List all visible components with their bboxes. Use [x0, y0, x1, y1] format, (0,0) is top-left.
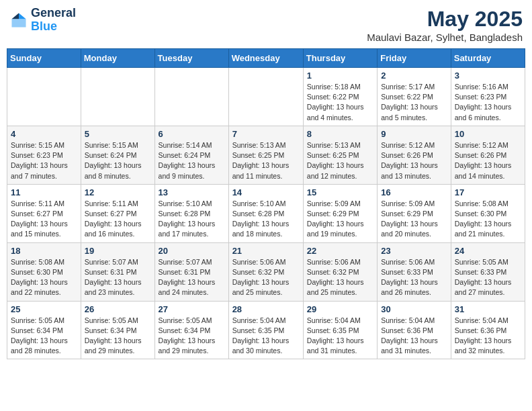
calendar-cell: 24Sunrise: 5:05 AMSunset: 6:33 PMDayligh…	[451, 242, 525, 301]
day-detail: Sunrise: 5:05 AMSunset: 6:34 PMDaylight:…	[11, 316, 77, 357]
calendar-cell: 7Sunrise: 5:13 AMSunset: 6:25 PMDaylight…	[228, 126, 303, 184]
svg-marker-2	[12, 13, 19, 19]
day-detail: Sunrise: 5:05 AMSunset: 6:34 PMDaylight:…	[85, 316, 151, 357]
day-number: 1	[307, 71, 373, 81]
calendar-cell: 9Sunrise: 5:12 AMSunset: 6:26 PMDaylight…	[378, 126, 451, 184]
weekday-header-monday: Monday	[81, 49, 154, 68]
calendar-cell: 25Sunrise: 5:05 AMSunset: 6:34 PMDayligh…	[7, 301, 81, 359]
logo-icon	[9, 11, 28, 30]
day-detail: Sunrise: 5:10 AMSunset: 6:28 PMDaylight:…	[232, 199, 300, 240]
logo-blue: Blue	[31, 19, 57, 33]
calendar-cell: 17Sunrise: 5:08 AMSunset: 6:30 PMDayligh…	[451, 184, 525, 242]
day-detail: Sunrise: 5:05 AMSunset: 6:34 PMDaylight:…	[159, 316, 225, 357]
day-number: 20	[159, 246, 225, 256]
calendar-cell: 21Sunrise: 5:06 AMSunset: 6:32 PMDayligh…	[228, 242, 303, 301]
day-detail: Sunrise: 5:12 AMSunset: 6:26 PMDaylight:…	[381, 140, 447, 181]
calendar-cell: 4Sunrise: 5:15 AMSunset: 6:23 PMDaylight…	[7, 126, 81, 184]
calendar-cell	[7, 68, 81, 126]
day-detail: Sunrise: 5:08 AMSunset: 6:30 PMDaylight:…	[455, 199, 521, 240]
calendar-week-2: 4Sunrise: 5:15 AMSunset: 6:23 PMDaylight…	[7, 126, 525, 184]
day-number: 15	[307, 187, 373, 197]
weekday-header-tuesday: Tuesday	[154, 49, 228, 68]
day-number: 4	[11, 129, 77, 139]
weekday-header-saturday: Saturday	[451, 49, 525, 68]
weekday-header-row: SundayMondayTuesdayWednesdayThursdayFrid…	[7, 49, 525, 68]
day-detail: Sunrise: 5:10 AMSunset: 6:28 PMDaylight:…	[159, 199, 225, 240]
day-detail: Sunrise: 5:09 AMSunset: 6:29 PMDaylight:…	[381, 199, 447, 240]
day-detail: Sunrise: 5:15 AMSunset: 6:24 PMDaylight:…	[85, 140, 151, 181]
day-detail: Sunrise: 5:11 AMSunset: 6:27 PMDaylight:…	[11, 199, 77, 240]
weekday-header-thursday: Thursday	[303, 49, 377, 68]
day-number: 13	[159, 187, 225, 197]
logo-general: General	[31, 6, 76, 19]
calendar-cell: 1Sunrise: 5:18 AMSunset: 6:22 PMDaylight…	[303, 68, 377, 126]
logo: General Blue	[9, 7, 76, 34]
page-header: General Blue May 2025 Maulavi Bazar, Syl…	[7, 7, 525, 43]
calendar-cell: 5Sunrise: 5:15 AMSunset: 6:24 PMDaylight…	[81, 126, 154, 184]
day-detail: Sunrise: 5:06 AMSunset: 6:32 PMDaylight:…	[307, 257, 373, 298]
calendar-cell: 8Sunrise: 5:13 AMSunset: 6:25 PMDaylight…	[303, 126, 377, 184]
day-detail: Sunrise: 5:04 AMSunset: 6:36 PMDaylight:…	[455, 316, 521, 357]
day-number: 2	[381, 71, 447, 81]
day-number: 31	[455, 304, 521, 314]
weekday-header-friday: Friday	[378, 49, 451, 68]
day-number: 22	[307, 246, 373, 256]
calendar-cell	[154, 68, 228, 126]
day-detail: Sunrise: 5:06 AMSunset: 6:32 PMDaylight:…	[232, 257, 300, 298]
day-detail: Sunrise: 5:05 AMSunset: 6:33 PMDaylight:…	[455, 257, 521, 298]
day-number: 9	[381, 129, 447, 139]
day-number: 12	[85, 187, 151, 197]
calendar-cell: 30Sunrise: 5:04 AMSunset: 6:36 PMDayligh…	[378, 301, 451, 359]
day-detail: Sunrise: 5:16 AMSunset: 6:23 PMDaylight:…	[455, 82, 521, 123]
svg-rect-3	[12, 19, 26, 27]
day-number: 7	[232, 129, 300, 139]
calendar-cell: 26Sunrise: 5:05 AMSunset: 6:34 PMDayligh…	[81, 301, 154, 359]
day-number: 19	[85, 246, 151, 256]
calendar-cell: 11Sunrise: 5:11 AMSunset: 6:27 PMDayligh…	[7, 184, 81, 242]
day-detail: Sunrise: 5:15 AMSunset: 6:23 PMDaylight:…	[11, 140, 77, 181]
calendar-cell: 22Sunrise: 5:06 AMSunset: 6:32 PMDayligh…	[303, 242, 377, 301]
day-detail: Sunrise: 5:04 AMSunset: 6:36 PMDaylight:…	[381, 316, 447, 357]
logo-text: General Blue	[31, 7, 76, 34]
weekday-header-wednesday: Wednesday	[228, 49, 303, 68]
calendar-cell: 12Sunrise: 5:11 AMSunset: 6:27 PMDayligh…	[81, 184, 154, 242]
calendar-week-5: 25Sunrise: 5:05 AMSunset: 6:34 PMDayligh…	[7, 301, 525, 359]
day-number: 27	[159, 304, 225, 314]
main-title: May 2025	[367, 7, 523, 32]
day-detail: Sunrise: 5:12 AMSunset: 6:26 PMDaylight:…	[455, 140, 521, 181]
day-detail: Sunrise: 5:13 AMSunset: 6:25 PMDaylight:…	[307, 140, 373, 181]
title-block: May 2025 Maulavi Bazar, Sylhet, Banglade…	[367, 7, 523, 43]
day-number: 17	[455, 187, 521, 197]
calendar-cell	[228, 68, 303, 126]
calendar-cell: 29Sunrise: 5:04 AMSunset: 6:35 PMDayligh…	[303, 301, 377, 359]
calendar-cell: 15Sunrise: 5:09 AMSunset: 6:29 PMDayligh…	[303, 184, 377, 242]
day-detail: Sunrise: 5:07 AMSunset: 6:31 PMDaylight:…	[85, 257, 151, 298]
calendar-cell: 23Sunrise: 5:06 AMSunset: 6:33 PMDayligh…	[378, 242, 451, 301]
day-number: 5	[85, 129, 151, 139]
day-detail: Sunrise: 5:11 AMSunset: 6:27 PMDaylight:…	[85, 199, 151, 240]
day-number: 10	[455, 129, 521, 139]
calendar-cell: 27Sunrise: 5:05 AMSunset: 6:34 PMDayligh…	[154, 301, 228, 359]
day-detail: Sunrise: 5:18 AMSunset: 6:22 PMDaylight:…	[307, 82, 373, 123]
day-detail: Sunrise: 5:04 AMSunset: 6:35 PMDaylight:…	[307, 316, 373, 357]
day-number: 26	[85, 304, 151, 314]
day-number: 14	[232, 187, 300, 197]
day-detail: Sunrise: 5:07 AMSunset: 6:31 PMDaylight:…	[159, 257, 225, 298]
calendar-cell: 10Sunrise: 5:12 AMSunset: 6:26 PMDayligh…	[451, 126, 525, 184]
day-number: 23	[381, 246, 447, 256]
day-detail: Sunrise: 5:06 AMSunset: 6:33 PMDaylight:…	[381, 257, 447, 298]
day-detail: Sunrise: 5:04 AMSunset: 6:35 PMDaylight:…	[232, 316, 300, 357]
day-number: 25	[11, 304, 77, 314]
calendar-cell: 13Sunrise: 5:10 AMSunset: 6:28 PMDayligh…	[154, 184, 228, 242]
day-number: 8	[307, 129, 373, 139]
day-number: 3	[455, 71, 521, 81]
calendar-cell: 31Sunrise: 5:04 AMSunset: 6:36 PMDayligh…	[451, 301, 525, 359]
subtitle: Maulavi Bazar, Sylhet, Bangladesh	[367, 32, 523, 43]
calendar-cell: 14Sunrise: 5:10 AMSunset: 6:28 PMDayligh…	[228, 184, 303, 242]
weekday-header-sunday: Sunday	[7, 49, 81, 68]
day-number: 16	[381, 187, 447, 197]
calendar-week-1: 1Sunrise: 5:18 AMSunset: 6:22 PMDaylight…	[7, 68, 525, 126]
calendar-cell: 16Sunrise: 5:09 AMSunset: 6:29 PMDayligh…	[378, 184, 451, 242]
calendar-cell: 19Sunrise: 5:07 AMSunset: 6:31 PMDayligh…	[81, 242, 154, 301]
calendar-cell: 18Sunrise: 5:08 AMSunset: 6:30 PMDayligh…	[7, 242, 81, 301]
